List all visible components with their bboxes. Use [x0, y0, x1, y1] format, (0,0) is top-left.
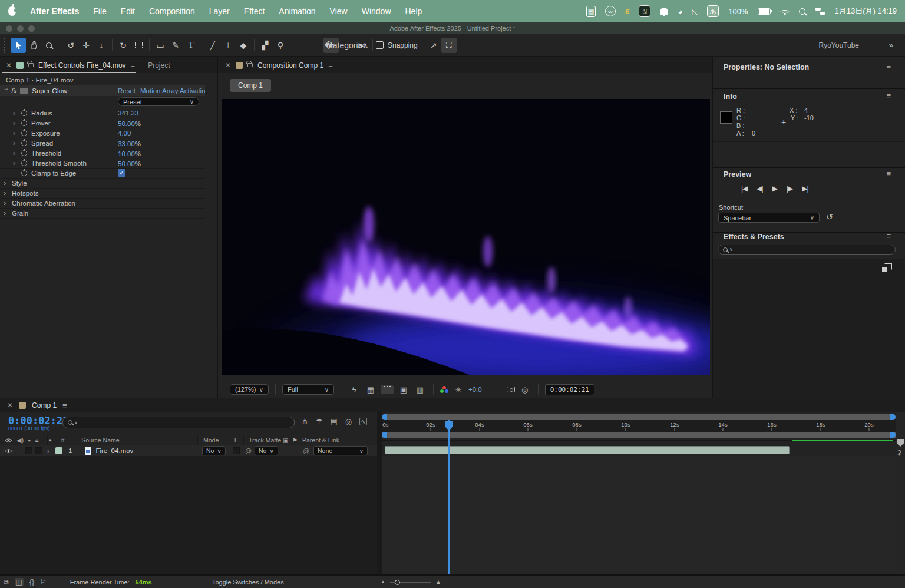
clone-stamp-tool[interactable]: ⊥ — [220, 38, 236, 53]
reset-shortcut-icon[interactable]: ↺ — [826, 212, 833, 222]
stopwatch-icon[interactable] — [21, 160, 27, 166]
first-frame-button[interactable]: |◀ — [741, 184, 747, 193]
time-navigator-bar[interactable] — [382, 414, 896, 420]
zoom-tool[interactable] — [41, 38, 57, 53]
track-area[interactable] — [382, 456, 896, 574]
frame-blending-icon[interactable]: ▤ — [331, 417, 338, 426]
menu-effect[interactable]: Effect — [244, 6, 265, 16]
chevron-right-icon[interactable]: › — [4, 179, 9, 187]
timeline-zoom-slider[interactable] — [390, 582, 431, 583]
preserve-transparency-icon[interactable]: ⚑ — [292, 437, 298, 444]
panel-menu-icon[interactable]: ≡ — [328, 61, 333, 70]
playhead-line[interactable] — [448, 420, 450, 574]
chevron-right-icon[interactable]: › — [4, 199, 9, 207]
tab-effect-controls[interactable]: Effect Controls Fire_04.mov — [38, 61, 126, 70]
layer-label-color[interactable] — [55, 447, 62, 454]
menu-composition[interactable]: Composition — [149, 6, 195, 16]
magnification-dropdown[interactable]: (127%) ∨ — [230, 384, 269, 395]
timeline-search-input[interactable]: ∨ — [62, 417, 295, 428]
chevron-right-icon[interactable]: › — [13, 148, 19, 157]
assistant-icon[interactable]: ◕ — [678, 7, 682, 16]
take-snapshot-icon[interactable] — [507, 387, 515, 392]
lock-icon[interactable]: 🔒︎ — [35, 437, 39, 444]
close-panel-icon[interactable]: ✕ — [7, 401, 13, 409]
layer-expander-icon[interactable]: › — [47, 447, 53, 455]
transparency-grid-icon[interactable]: ▦ — [364, 385, 377, 394]
selection-tool[interactable] — [11, 38, 26, 53]
eye-icon[interactable] — [5, 448, 12, 454]
column-t[interactable]: T — [233, 437, 237, 444]
snap-arrow-icon[interactable]: ↗ — [426, 38, 441, 53]
menu-app-name[interactable]: After Effects — [30, 6, 79, 16]
menu-layer[interactable]: Layer — [209, 6, 230, 16]
roto-brush-tool[interactable]: ▞ — [257, 38, 273, 53]
parent-pickwhip-icon[interactable]: @ — [303, 447, 309, 454]
spotlight-search-icon[interactable] — [799, 8, 805, 15]
menu-file[interactable]: File — [93, 6, 107, 16]
stopwatch-icon[interactable] — [21, 110, 27, 116]
hand-tool[interactable] — [26, 38, 41, 53]
comp-marker-bin-icon[interactable] — [897, 439, 904, 447]
chevron-right-icon[interactable]: › — [13, 118, 19, 127]
time-ruler[interactable]: 0:00s 02s 04s 06s 08s 10s 12s 14s 16s 18… — [382, 420, 896, 432]
menu-edit[interactable]: Edit — [121, 6, 135, 16]
stopwatch-icon[interactable] — [21, 170, 27, 176]
chevron-right-icon[interactable]: › — [4, 189, 9, 197]
toolbar-overflow-chevrons[interactable]: » — [889, 41, 892, 49]
chevron-right-icon[interactable]: › — [13, 158, 19, 167]
eraser-tool[interactable]: ◆ — [236, 38, 251, 53]
effect-expander-icon[interactable]: › — [2, 88, 11, 94]
tab-timeline-comp1[interactable]: Comp 1 — [32, 401, 57, 409]
channel-color-icon[interactable] — [440, 386, 448, 393]
close-panel-icon[interactable]: ✕ — [225, 61, 231, 70]
comp-flowchart-chip[interactable]: Comp 1 — [230, 79, 271, 92]
exposure-value[interactable]: +0.0 — [468, 386, 482, 393]
new-animation-preset-icon[interactable] — [884, 263, 892, 270]
camera-tool[interactable] — [131, 38, 146, 53]
battery-icon[interactable] — [758, 8, 771, 15]
type-tool[interactable]: T — [183, 38, 199, 53]
menu-view[interactable]: View — [330, 6, 348, 16]
stopwatch-icon[interactable] — [21, 120, 27, 126]
close-panel-icon[interactable]: ✕ — [6, 61, 12, 70]
layer-list-empty-area[interactable] — [0, 456, 377, 574]
effect-vendor-link[interactable]: Motion Array Activatio — [140, 87, 205, 94]
motion-blur-icon[interactable]: ◎ — [345, 417, 352, 426]
zoom-slider-knob[interactable] — [395, 580, 400, 585]
property-value[interactable]: 33.00 — [118, 140, 135, 147]
last-frame-button[interactable]: ▶| — [802, 184, 808, 193]
snapping-label[interactable]: Snapping — [388, 41, 418, 49]
column-source-name[interactable]: Source Name — [81, 437, 119, 444]
lock-cell[interactable] — [35, 447, 42, 454]
layer-source-name[interactable]: Fire_04.mov — [95, 447, 133, 454]
fast-preview-icon[interactable]: ϟ — [348, 385, 361, 394]
audio-icon[interactable]: ◀) — [16, 437, 24, 444]
bell-icon[interactable] — [660, 8, 668, 15]
tab-project[interactable]: Project — [148, 61, 170, 70]
toggle-switches-modes-button[interactable]: Toggle Switches / Modes — [212, 579, 284, 586]
column-mode[interactable]: Mode — [203, 437, 219, 444]
pan-camera-tool[interactable]: ✛ — [78, 38, 94, 53]
panel-menu-icon[interactable]: ≡ — [886, 232, 891, 240]
zoom-in-mountain-icon[interactable]: ▲ — [435, 578, 442, 586]
expand-transfer-controls-icon[interactable]: ◫ — [15, 578, 24, 586]
advanced-pin-tool[interactable]: �ategoria⋏ — [339, 38, 354, 53]
matte-pickwhip-icon[interactable]: @ — [245, 447, 252, 454]
chevron-right-icon[interactable]: › — [4, 209, 9, 217]
clipboard-icon[interactable]: ▤ — [586, 6, 596, 17]
label-tag-icon[interactable]: ⬩ — [49, 435, 52, 445]
dolly-camera-tool[interactable]: ↓ — [94, 38, 109, 53]
stopwatch-icon[interactable] — [21, 140, 27, 146]
property-value[interactable]: 4.00 — [118, 130, 131, 137]
column-index[interactable]: # — [61, 437, 65, 444]
layer-row-1[interactable]: › 1 Fire_04.mov No ∨ @ No ∨ @ None ∨ — [0, 445, 377, 456]
track-matte-dropdown[interactable]: No ∨ — [255, 446, 278, 455]
gold-app-icon[interactable]: ϐ — [625, 7, 629, 16]
resolution-dropdown[interactable]: Full ∨ — [282, 384, 334, 395]
property-value[interactable]: 50.00 — [118, 120, 135, 127]
shape-app-icon[interactable]: ◺ — [692, 7, 698, 16]
current-timecode[interactable]: 0:00:02:21 — [8, 415, 68, 427]
parent-dropdown[interactable]: None ∨ — [313, 446, 368, 455]
minimize-window-button[interactable] — [17, 25, 24, 32]
draft-3d-icon[interactable]: ☂ — [316, 417, 323, 426]
